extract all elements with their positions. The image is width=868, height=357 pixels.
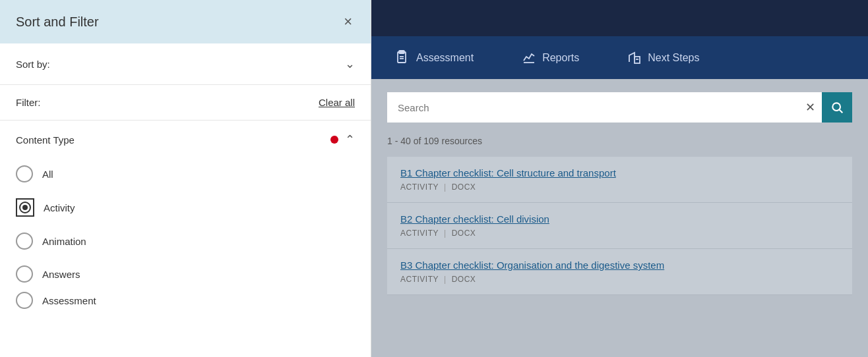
filter-label: Filter: xyxy=(16,97,41,108)
radio-all-label: All xyxy=(42,169,53,180)
radio-animation-icon xyxy=(16,233,33,250)
panel-content: Sort by: ⌄ Filter: Clear all Content Typ… xyxy=(0,43,371,357)
meta-divider: | xyxy=(444,229,447,238)
content-type-header: Content Type ⌃ xyxy=(16,132,355,147)
filter-section: Filter: Clear all xyxy=(0,85,371,121)
nav-item-assessment[interactable]: Assessment xyxy=(371,36,497,79)
list-item[interactable]: B2 Chapter checklist: Cell division ACTI… xyxy=(387,203,852,249)
sort-label: Sort by: xyxy=(16,59,50,70)
top-bar xyxy=(371,0,868,36)
panel-header: Sort and Filter × xyxy=(0,0,371,43)
meta-divider: | xyxy=(444,275,447,284)
content-type-options: All Activity Animation Answers xyxy=(16,157,355,310)
resource-format: DOCX xyxy=(452,229,476,238)
list-item[interactable]: Animation xyxy=(16,225,355,258)
nav-assessment-label: Assessment xyxy=(416,52,474,64)
list-item[interactable]: Answers xyxy=(16,258,355,290)
list-item[interactable]: All xyxy=(16,157,355,190)
active-filter-dot xyxy=(330,136,338,144)
resource-type: ACTIVITY xyxy=(400,182,439,192)
radio-answers-label: Answers xyxy=(42,269,80,280)
list-item[interactable]: B1 Chapter checklist: Cell structure and… xyxy=(387,157,852,203)
sort-chevron-down-icon: ⌄ xyxy=(345,57,355,71)
sort-filter-panel: Sort and Filter × Sort by: ⌄ Filter: Cle… xyxy=(0,0,371,357)
search-input[interactable] xyxy=(387,102,799,113)
resource-list: B1 Chapter checklist: Cell structure and… xyxy=(387,157,852,295)
sort-section[interactable]: Sort by: ⌄ xyxy=(0,43,371,85)
radio-answers-icon xyxy=(16,265,33,283)
clear-all-button[interactable]: Clear all xyxy=(319,97,355,108)
radio-animation-label: Animation xyxy=(42,236,86,247)
svg-point-7 xyxy=(832,103,840,111)
search-icon xyxy=(830,101,844,114)
svg-line-8 xyxy=(840,110,843,113)
resource-format: DOCX xyxy=(452,275,476,284)
radio-activity-icon xyxy=(16,198,34,217)
close-button[interactable]: × xyxy=(341,12,355,32)
list-item[interactable]: Activity xyxy=(16,190,355,225)
search-bar: ✕ xyxy=(387,92,852,123)
radio-assessment-icon xyxy=(16,292,33,309)
next-steps-icon xyxy=(627,50,642,66)
reports-icon xyxy=(521,50,537,66)
resource-meta: ACTIVITY | DOCX xyxy=(400,182,839,192)
content-type-controls: ⌃ xyxy=(330,132,355,147)
panel-title: Sort and Filter xyxy=(16,14,99,30)
content-type-chevron-up-icon[interactable]: ⌃ xyxy=(345,132,355,147)
radio-activity-label: Activity xyxy=(44,202,75,213)
resource-title: B2 Chapter checklist: Cell division xyxy=(400,213,839,225)
nav-item-reports[interactable]: Reports xyxy=(497,36,603,79)
resource-type: ACTIVITY xyxy=(400,229,439,238)
resource-title: B1 Chapter checklist: Cell structure and… xyxy=(400,167,839,178)
assessment-icon xyxy=(395,50,411,66)
list-item[interactable]: B3 Chapter checklist: Organisation and t… xyxy=(387,249,852,295)
nav-bar: Assessment Reports Next Steps xyxy=(371,36,868,79)
radio-activity-inner xyxy=(19,202,31,213)
nav-reports-label: Reports xyxy=(542,52,579,64)
radio-assessment-label: Assessment xyxy=(42,295,96,306)
resource-type: ACTIVITY xyxy=(400,275,439,284)
right-panel: Assessment Reports Next Steps ✕ xyxy=(371,0,868,357)
nav-item-next-steps[interactable]: Next Steps xyxy=(603,36,723,79)
search-clear-button[interactable]: ✕ xyxy=(799,95,822,120)
resource-title: B3 Chapter checklist: Organisation and t… xyxy=(400,260,839,271)
content-type-label: Content Type xyxy=(16,134,75,146)
search-submit-button[interactable] xyxy=(822,92,852,123)
resource-meta: ACTIVITY | DOCX xyxy=(400,229,839,238)
svg-rect-5 xyxy=(635,57,640,63)
meta-divider: | xyxy=(444,182,447,192)
list-item[interactable]: Assessment xyxy=(16,290,355,310)
content-type-section: Content Type ⌃ All Activity xyxy=(0,121,371,317)
resource-format: DOCX xyxy=(452,182,476,192)
nav-next-steps-label: Next Steps xyxy=(648,52,699,64)
content-area: ✕ 1 - 40 of 109 resources B1 Chapter che… xyxy=(371,79,868,357)
results-count: 1 - 40 of 109 resources xyxy=(387,133,852,149)
radio-all-icon xyxy=(16,165,33,182)
resource-meta: ACTIVITY | DOCX xyxy=(400,275,839,284)
